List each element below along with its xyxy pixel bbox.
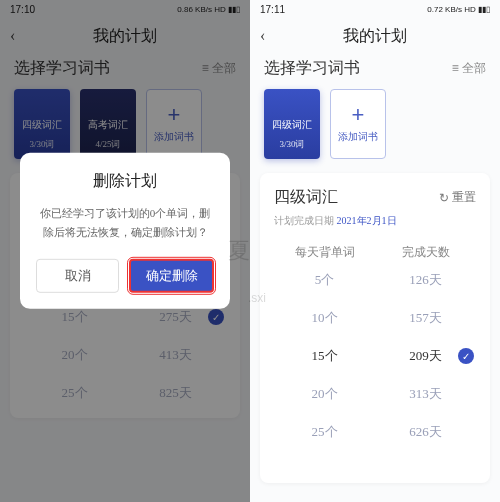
dialog-title: 删除计划 bbox=[36, 171, 214, 192]
back-icon[interactable]: ‹ bbox=[260, 27, 265, 45]
plan-subtitle: 计划完成日期 2021年2月1日 bbox=[274, 214, 476, 228]
table-row[interactable]: 10个 157天 bbox=[274, 299, 476, 337]
table-header: 每天背单词 完成天数 bbox=[274, 244, 476, 261]
book-name: 四级词汇 bbox=[272, 118, 312, 132]
book-list: 四级词汇 3/30词 + 添加词书 bbox=[250, 89, 500, 173]
watermark: 夏 bbox=[228, 236, 250, 266]
plan-title: 四级词汇 bbox=[274, 187, 338, 208]
watermark: .sxi bbox=[248, 291, 266, 305]
phone-right: 17:11 0.72 KB/s HD ▮▮▯ ‹ 我的计划 选择学习词书 ≡ 全… bbox=[250, 0, 500, 502]
table-row[interactable]: 20个 313天 bbox=[274, 375, 476, 413]
cancel-button[interactable]: 取消 bbox=[36, 259, 119, 293]
header: ‹ 我的计划 bbox=[250, 18, 500, 54]
add-book-button[interactable]: + 添加词书 bbox=[330, 89, 386, 159]
phone-left: 17:10 0.86 KB/s HD ▮▮▯ ‹ 我的计划 选择学习词书 ≡ 全… bbox=[0, 0, 250, 502]
reset-button[interactable]: ↻ 重置 bbox=[439, 189, 476, 206]
table-row[interactable]: 25个 626天 bbox=[274, 413, 476, 451]
col-days: 完成天数 bbox=[375, 244, 476, 261]
table-row[interactable]: 15个 209天 ✓ bbox=[274, 337, 476, 375]
plus-icon: + bbox=[352, 104, 365, 126]
col-words: 每天背单词 bbox=[274, 244, 375, 261]
confirm-delete-button[interactable]: 确定删除 bbox=[129, 259, 214, 293]
statusbar: 17:11 0.72 KB/s HD ▮▮▯ bbox=[250, 0, 500, 18]
status-indicators: 0.72 KB/s HD ▮▮▯ bbox=[427, 5, 490, 14]
all-button[interactable]: ≡ 全部 bbox=[452, 60, 486, 77]
page-title: 我的计划 bbox=[343, 26, 407, 47]
table-row[interactable]: 5个 126天 bbox=[274, 261, 476, 299]
add-book-label: 添加词书 bbox=[338, 130, 378, 144]
dialog-text: 你已经学习了该计划的0个单词，删除后将无法恢复，确定删除计划？ bbox=[36, 204, 214, 241]
plan-card: 四级词汇 ↻ 重置 计划完成日期 2021年2月1日 每天背单词 完成天数 5个… bbox=[260, 173, 490, 483]
book-count: 3/30词 bbox=[279, 138, 304, 151]
section-header: 选择学习词书 ≡ 全部 bbox=[250, 54, 500, 89]
time: 17:11 bbox=[260, 4, 285, 15]
book-item[interactable]: 四级词汇 3/30词 bbox=[264, 89, 320, 159]
section-title: 选择学习词书 bbox=[264, 58, 360, 79]
check-icon: ✓ bbox=[458, 348, 474, 364]
delete-dialog: 删除计划 你已经学习了该计划的0个单词，删除后将无法恢复，确定删除计划？ 取消 … bbox=[20, 153, 230, 309]
